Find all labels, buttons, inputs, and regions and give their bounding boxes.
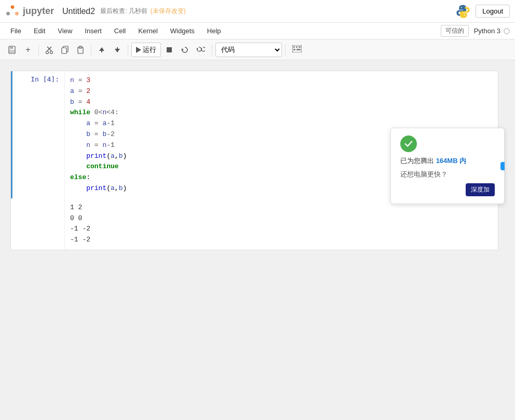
menu-widgets[interactable]: Widgets (165, 25, 200, 37)
popup-checkmark (400, 136, 417, 152)
svg-point-11 (50, 51, 53, 53)
restart-icon (181, 46, 188, 53)
arrow-up-icon (98, 46, 105, 53)
main-content: In [4]: n = 3 a = 2 b = 4 while 0<n<4: a… (0, 60, 515, 420)
toolbar-sep-5 (285, 45, 286, 55)
arrow-down-icon (114, 46, 121, 53)
toolbar-sep-3 (128, 45, 128, 55)
svg-point-4 (464, 15, 465, 16)
code-line-4: while 0<n<4: (70, 107, 493, 118)
svg-rect-15 (79, 46, 82, 48)
svg-rect-17 (101, 51, 102, 52)
svg-rect-28 (299, 46, 301, 48)
code-line-1: n = 3 (70, 75, 493, 86)
notebook-filename[interactable]: Untitled2 (62, 7, 95, 16)
kernel-indicator: Python 3 (474, 27, 510, 35)
svg-rect-7 (9, 50, 15, 53)
copy-icon (61, 46, 69, 54)
svg-rect-27 (296, 46, 297, 48)
svg-rect-6 (10, 46, 13, 49)
checkmark-icon (404, 139, 413, 148)
move-down-button[interactable] (110, 43, 125, 57)
output-content: 1 2 0 0 -1 -2 -1 -2 (64, 198, 498, 250)
svg-rect-26 (293, 46, 295, 48)
svg-rect-13 (62, 48, 66, 53)
output-line-2: 0 0 (70, 213, 493, 224)
svg-point-10 (46, 51, 49, 53)
run-button[interactable]: 运行 (131, 43, 161, 57)
copy-button[interactable] (58, 43, 72, 57)
plus-icon: + (25, 46, 30, 54)
svg-point-2 (6, 11, 10, 15)
menu-edit[interactable]: Edit (29, 25, 50, 37)
add-cell-button[interactable]: + (21, 43, 35, 57)
menu-view[interactable]: View (52, 25, 77, 37)
output-area: 1 2 0 0 -1 -2 -1 -2 (11, 198, 498, 250)
cell-prompt: In [4]: (12, 71, 64, 198)
svg-point-3 (461, 7, 462, 8)
save-button[interactable] (4, 43, 20, 57)
unsaved-label: (未保存改变) (151, 7, 186, 16)
svg-marker-22 (181, 48, 184, 50)
code-line-2: a = 2 (70, 86, 493, 97)
menu-kernel[interactable]: Kernel (133, 25, 163, 37)
menu-help[interactable]: Help (202, 25, 226, 37)
toolbar-sep-4 (212, 45, 212, 55)
keyboard-shortcuts-button[interactable] (289, 43, 305, 56)
popup-action-button[interactable]: 深度加 (466, 183, 495, 196)
svg-marker-16 (99, 47, 104, 51)
restart-all-button[interactable] (193, 43, 209, 57)
popup-highlight: 164MB 内 (436, 157, 467, 165)
play-icon (136, 47, 141, 53)
navbar: jupyter Untitled2 最后检查: 几秒前 (未保存改变) Logo… (0, 0, 515, 23)
popup-text1-prefix: 已为您腾出 (400, 157, 434, 165)
keyboard-icon (292, 45, 302, 52)
popup-right-tab[interactable] (500, 162, 505, 170)
svg-point-0 (11, 5, 15, 9)
stop-button[interactable] (162, 43, 177, 57)
jupyter-logo-icon (5, 4, 20, 19)
popup-notification: 已为您腾出 164MB 内 还想电脑更快？ 深度加 (390, 128, 505, 204)
svg-rect-29 (293, 49, 295, 50)
output-prompt (12, 198, 64, 250)
trusted-badge: 可信的 (441, 25, 469, 37)
move-up-button[interactable] (94, 43, 109, 57)
toolbar-sep-1 (38, 45, 39, 55)
app-title: jupyter (23, 6, 54, 17)
logout-button[interactable]: Logout (476, 5, 510, 18)
cut-button[interactable] (42, 43, 57, 57)
paste-icon (77, 46, 84, 54)
menu-insert[interactable]: Insert (79, 25, 107, 37)
svg-marker-18 (115, 49, 120, 52)
paste-button[interactable] (73, 43, 88, 57)
kernel-name: Python 3 (474, 27, 500, 35)
menu-cell[interactable]: Cell (109, 25, 131, 37)
output-line-3: -1 -2 (70, 224, 493, 235)
menu-file[interactable]: File (5, 25, 26, 37)
last-check-label: 最后检查: 几秒前 (100, 7, 147, 16)
code-line-3: b = 4 (70, 97, 493, 108)
svg-point-1 (15, 11, 19, 15)
kernel-status-circle (504, 28, 510, 34)
svg-rect-19 (117, 47, 118, 49)
stop-icon (166, 47, 172, 53)
cell-type-select[interactable]: 代码 Markdown Raw NBConvert Heading (215, 43, 282, 57)
popup-text1: 已为您腾出 164MB 内 (400, 156, 495, 166)
popup-text2-content: 还想电脑更快？ (400, 170, 448, 178)
save-icon (8, 46, 16, 54)
popup-actions: 深度加 (400, 183, 495, 196)
menubar: File Edit View Insert Cell Kernel Widget… (0, 23, 515, 39)
svg-rect-21 (167, 47, 172, 52)
cut-icon (46, 46, 53, 54)
svg-rect-30 (296, 49, 301, 50)
navbar-right: Logout (456, 4, 510, 19)
svg-marker-20 (136, 47, 141, 53)
restart-all-icon (197, 46, 205, 53)
jupyter-logo-area: jupyter (5, 4, 54, 19)
output-line-4: -1 -2 (70, 235, 493, 246)
python-logo-icon (456, 4, 470, 19)
toolbar: + (0, 39, 515, 60)
popup-text2: 还想电脑更快？ (400, 170, 495, 179)
restart-button[interactable] (178, 43, 192, 57)
run-label: 运行 (143, 45, 156, 55)
